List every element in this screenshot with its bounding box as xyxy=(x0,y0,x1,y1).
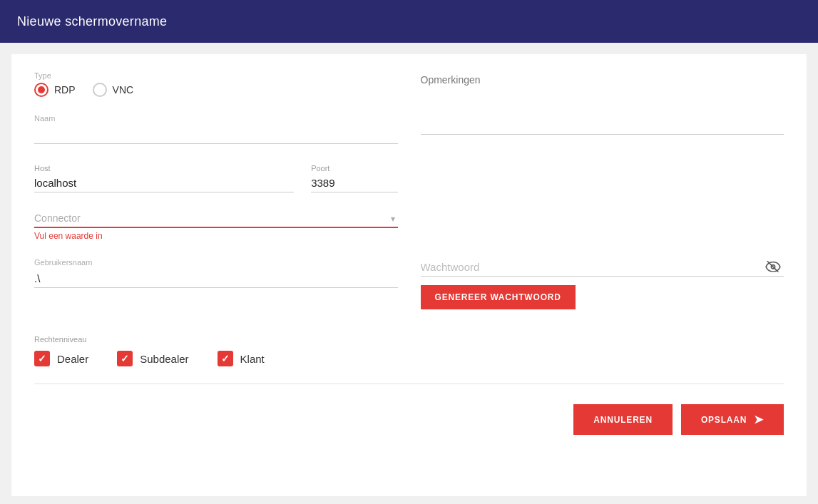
subdealer-checkbox[interactable] xyxy=(117,351,133,366)
host-port-row: Host Poort xyxy=(34,161,398,192)
rdp-option[interactable]: RDP xyxy=(34,83,76,97)
footer-buttons: ANNULEREN OPSLAAN ➤ xyxy=(34,398,784,435)
app-header: Nieuwe schermovername xyxy=(0,0,818,43)
right-column xyxy=(421,71,784,247)
naam-input[interactable] xyxy=(34,125,398,144)
arrow-right-icon: ➤ xyxy=(754,413,764,426)
wachtwoord-field-group: GENEREER WACHTWOORD xyxy=(421,258,784,309)
connector-select[interactable]: Connector xyxy=(34,210,398,228)
opmerkingen-field-group xyxy=(421,71,784,138)
gebruikersnaam-field-group: Gebruikersnaam xyxy=(34,258,398,288)
vnc-label[interactable]: VNC xyxy=(113,84,134,96)
subdealer-label[interactable]: Subdealer xyxy=(140,353,188,365)
gebruikersnaam-input[interactable] xyxy=(34,269,398,288)
vnc-radio[interactable] xyxy=(93,83,107,97)
naam-label: Naam xyxy=(34,114,398,123)
footer-divider xyxy=(34,384,784,384)
klant-option[interactable]: Klant xyxy=(218,351,265,366)
wachtwoord-input[interactable] xyxy=(421,258,784,277)
generate-password-button[interactable]: GENEREER WACHTWOORD xyxy=(421,285,576,309)
host-label: Host xyxy=(34,164,51,173)
host-input[interactable] xyxy=(34,174,294,192)
poort-input[interactable] xyxy=(311,174,397,192)
left-column: Type RDP VNC Naam xyxy=(34,71,398,247)
klant-label[interactable]: Klant xyxy=(240,353,265,365)
user-pass-layout: Gebruikersnaam GENEREER WACHTWOORD xyxy=(34,258,784,326)
rights-section: Rechtenniveau Dealer Subdealer Klant xyxy=(34,332,784,366)
checkbox-row: Dealer Subdealer Klant xyxy=(34,351,784,366)
password-wrapper xyxy=(421,258,784,277)
vnc-option[interactable]: VNC xyxy=(93,83,134,97)
klant-checkbox[interactable] xyxy=(218,351,233,366)
poort-label: Poort xyxy=(311,164,329,173)
password-col: GENEREER WACHTWOORD xyxy=(421,258,784,326)
cancel-button[interactable]: ANNULEREN xyxy=(573,404,673,435)
connector-field-group: Connector ▾ Vul een waarde in xyxy=(34,210,398,241)
eye-off-icon[interactable] xyxy=(765,259,781,276)
save-label: OPSLAAN xyxy=(701,415,747,425)
dealer-label[interactable]: Dealer xyxy=(57,353,88,365)
port-field-group: Poort xyxy=(311,161,397,192)
host-field-group: Host xyxy=(34,161,294,192)
naam-field-group: Naam xyxy=(34,114,398,144)
username-col: Gebruikersnaam xyxy=(34,258,398,326)
subdealer-option[interactable]: Subdealer xyxy=(117,351,188,366)
rechtenniveau-label: Rechtenniveau xyxy=(34,335,86,344)
type-field-group: Type RDP VNC xyxy=(34,71,398,97)
dealer-checkbox[interactable] xyxy=(34,351,50,366)
rdp-label[interactable]: RDP xyxy=(54,84,76,96)
main-form: Type RDP VNC Naam xyxy=(11,54,807,496)
dealer-option[interactable]: Dealer xyxy=(34,351,88,366)
connector-wrapper: Connector ▾ xyxy=(34,210,398,228)
save-button[interactable]: OPSLAAN ➤ xyxy=(681,404,784,435)
connector-error: Vul een waarde in xyxy=(34,231,398,241)
type-radio-group: RDP VNC xyxy=(34,83,398,97)
type-label: Type xyxy=(34,71,398,80)
page-title: Nieuwe schermovername xyxy=(17,14,167,29)
opmerkingen-input[interactable] xyxy=(421,71,784,135)
gebruikersnaam-label: Gebruikersnaam xyxy=(34,258,398,267)
rdp-radio[interactable] xyxy=(34,83,48,97)
